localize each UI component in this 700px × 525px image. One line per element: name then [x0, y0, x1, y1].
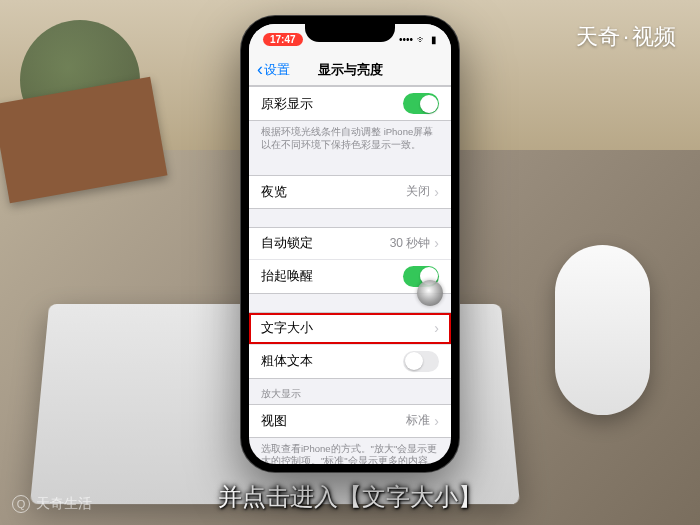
brand-watermark: 天奇·视频: [576, 22, 676, 52]
chevron-right-icon: ›: [434, 235, 439, 251]
wifi-icon: ᯤ: [417, 34, 427, 45]
notch: [305, 24, 395, 42]
page-title: 显示与亮度: [318, 61, 383, 79]
row-text-size[interactable]: 文字大小 ›: [249, 313, 451, 345]
video-caption: 并点击进入【文字大小】: [218, 481, 482, 513]
assistive-touch-icon[interactable]: [417, 280, 443, 306]
corner-watermark: Q 天奇生活: [12, 495, 92, 513]
row-true-tone[interactable]: 原彩显示: [249, 87, 451, 120]
row-night-shift[interactable]: 夜览 关闭›: [249, 176, 451, 208]
back-button[interactable]: ‹ 设置: [257, 59, 290, 80]
chevron-right-icon: ›: [434, 184, 439, 200]
toggle-true-tone[interactable]: [403, 93, 439, 114]
status-time: 17:47: [263, 33, 303, 46]
chevron-right-icon: ›: [434, 320, 439, 336]
row-bold-text[interactable]: 粗体文本: [249, 345, 451, 378]
toggle-bold-text[interactable]: [403, 351, 439, 372]
row-auto-lock[interactable]: 自动锁定 30 秒钟›: [249, 228, 451, 260]
signal-icon: ••••: [399, 34, 413, 45]
true-tone-footer: 根据环境光线条件自动调整 iPhone屏幕以在不同环境下保持色彩显示一致。: [249, 121, 451, 157]
phone-frame: 17:47 •••• ᯤ ▮ ‹ 设置 显示与亮度 原彩显示 根据环境光线条件自…: [241, 16, 459, 472]
nav-bar: ‹ 设置 显示与亮度: [249, 54, 451, 86]
chevron-left-icon: ‹: [257, 59, 263, 80]
section-header-zoom: 放大显示: [249, 379, 451, 404]
chevron-right-icon: ›: [434, 413, 439, 429]
battery-icon: ▮: [431, 34, 437, 45]
row-view[interactable]: 视图 标准›: [249, 405, 451, 437]
view-footer: 选取查看iPhone的方式。"放大"会显示更大的控制项。"标准"会显示更多的内容…: [249, 438, 451, 464]
